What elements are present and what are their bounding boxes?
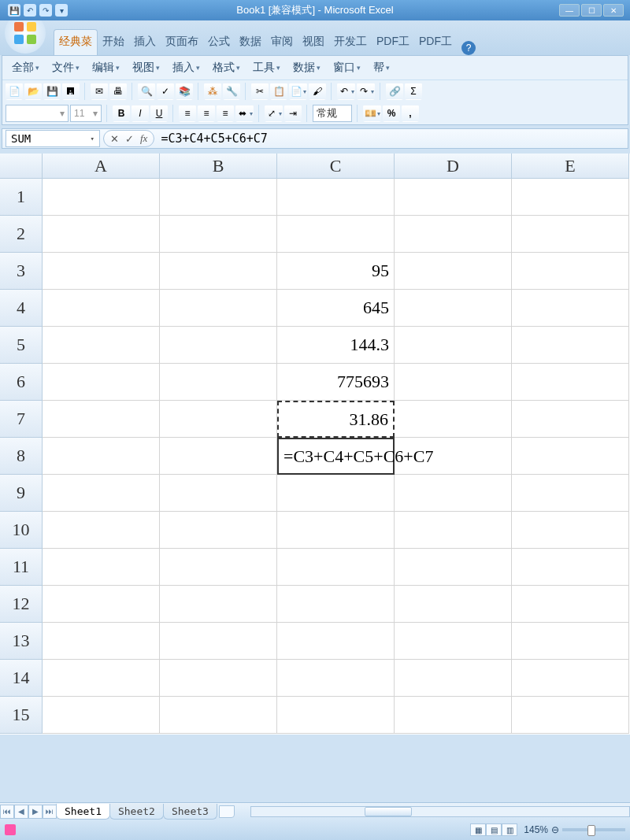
cell-C13[interactable]	[277, 623, 395, 660]
worksheet-area[interactable]: ABCDE1239546455144.36775693731.868=C3+C4…	[0, 154, 630, 735]
font-name-box[interactable]: ▾	[6, 105, 69, 122]
cell-B2[interactable]	[160, 216, 277, 253]
next-sheet-icon[interactable]: ▶	[28, 805, 43, 819]
menu-9[interactable]: 帮▾	[367, 57, 396, 78]
cell-D10[interactable]	[395, 512, 512, 549]
cell-E4[interactable]	[512, 290, 629, 327]
percent-icon[interactable]: %	[383, 105, 400, 122]
cell-D3[interactable]	[395, 253, 512, 290]
menu-1[interactable]: 文件▾	[46, 57, 86, 78]
cell-A1[interactable]	[43, 179, 160, 216]
cell-E10[interactable]	[512, 512, 629, 549]
cell-B14[interactable]	[160, 660, 277, 697]
ribbon-tab-8[interactable]: 开发工	[329, 30, 372, 55]
paste-icon[interactable]: 📄▾	[289, 83, 307, 100]
close-button[interactable]: ✕	[603, 4, 624, 17]
sheet-tab-Sheet2[interactable]: Sheet2	[109, 804, 164, 820]
row-header-7[interactable]: 7	[0, 401, 43, 438]
undo-icon[interactable]: ↶	[24, 4, 36, 17]
menu-5[interactable]: 格式▾	[206, 57, 246, 78]
comma-icon[interactable]: ,	[402, 105, 419, 122]
formula-input[interactable]: =C3+C4+C5+C6+C7	[154, 131, 628, 146]
cell-A10[interactable]	[43, 512, 160, 549]
menu-6[interactable]: 工具▾	[246, 57, 287, 78]
cell-C12[interactable]	[277, 586, 395, 623]
name-box[interactable]: SUM ▾	[6, 130, 100, 147]
cell-B11[interactable]	[160, 549, 277, 586]
ribbon-tab-4[interactable]: 公式	[203, 30, 235, 55]
cell-A9[interactable]	[43, 475, 160, 512]
redo-icon[interactable]: ↷▾	[357, 83, 375, 100]
orientation-icon[interactable]: ⤢▾	[265, 105, 283, 122]
cell-D4[interactable]	[395, 290, 512, 327]
row-header-3[interactable]: 3	[0, 253, 43, 290]
cell-D7[interactable]	[395, 401, 512, 438]
row-header-14[interactable]: 14	[0, 660, 43, 697]
saveas-icon[interactable]: 🖪	[62, 83, 80, 100]
open-icon[interactable]: 📂	[24, 83, 42, 100]
cell-E13[interactable]	[512, 623, 629, 660]
ribbon-tab-6[interactable]: 审阅	[266, 30, 298, 55]
menu-8[interactable]: 窗口▾	[327, 57, 367, 78]
merge-icon[interactable]: ⬌▾	[235, 105, 254, 122]
hyperlink-icon[interactable]: 🔗	[386, 83, 403, 100]
tools-icon[interactable]: 🔧	[223, 83, 240, 100]
cell-D14[interactable]	[395, 660, 512, 697]
cell-A7[interactable]	[43, 401, 160, 438]
underline-button[interactable]: U	[150, 105, 168, 122]
currency-icon[interactable]: 💴▾	[363, 105, 381, 122]
column-header-A[interactable]: A	[43, 154, 160, 179]
cut-icon[interactable]: ✂	[251, 83, 269, 100]
row-header-13[interactable]: 13	[0, 623, 43, 660]
normal-view-icon[interactable]: ▦	[470, 823, 486, 836]
cell-A3[interactable]	[43, 253, 160, 290]
cell-A5[interactable]	[43, 327, 160, 364]
cell-C7[interactable]: 31.86	[277, 401, 395, 438]
row-header-6[interactable]: 6	[0, 364, 43, 401]
cell-D5[interactable]	[395, 327, 512, 364]
menu-0[interactable]: 全部▾	[6, 57, 46, 78]
cell-C3[interactable]: 95	[277, 253, 395, 290]
cell-D11[interactable]	[395, 549, 512, 586]
minimize-button[interactable]: —	[559, 4, 580, 17]
qat-more-icon[interactable]: ▾	[55, 4, 68, 17]
cell-C14[interactable]	[277, 660, 395, 697]
cell-E5[interactable]	[512, 327, 629, 364]
ribbon-tab-7[interactable]: 视图	[298, 30, 329, 55]
row-header-2[interactable]: 2	[0, 216, 43, 253]
cell-E12[interactable]	[512, 586, 629, 623]
row-header-15[interactable]: 15	[0, 697, 43, 734]
cell-B5[interactable]	[160, 327, 277, 364]
ribbon-tab-2[interactable]: 插入	[129, 30, 161, 55]
cell-B1[interactable]	[160, 179, 277, 216]
cell-A6[interactable]	[43, 364, 160, 401]
cell-C4[interactable]: 645	[277, 290, 395, 327]
page-layout-view-icon[interactable]: ▤	[486, 823, 502, 836]
cell-D13[interactable]	[395, 623, 512, 660]
new-icon[interactable]: 📄	[6, 83, 23, 100]
cell-B6[interactable]	[160, 364, 277, 401]
cell-C9[interactable]	[277, 475, 395, 512]
cell-A15[interactable]	[43, 697, 160, 734]
column-header-E[interactable]: E	[512, 154, 629, 179]
ribbon-tab-3[interactable]: 页面布	[161, 30, 203, 55]
align-right-icon[interactable]: ≡	[217, 105, 234, 122]
select-all-corner[interactable]	[0, 154, 43, 179]
cell-A13[interactable]	[43, 623, 160, 660]
ribbon-tab-0[interactable]: 经典菜	[54, 29, 98, 55]
cell-D9[interactable]	[395, 475, 512, 512]
cell-C2[interactable]	[277, 216, 395, 253]
cell-A14[interactable]	[43, 660, 160, 697]
menu-2[interactable]: 编辑▾	[86, 57, 126, 78]
cell-C1[interactable]	[277, 179, 395, 216]
column-header-C[interactable]: C	[277, 154, 395, 179]
maximize-button[interactable]: ☐	[581, 4, 602, 17]
cell-D6[interactable]	[395, 364, 512, 401]
cell-B15[interactable]	[160, 697, 277, 734]
cell-A11[interactable]	[43, 549, 160, 586]
cell-E7[interactable]	[512, 401, 629, 438]
save-icon[interactable]: 💾	[8, 4, 20, 17]
cell-B4[interactable]	[160, 290, 277, 327]
ribbon-tab-5[interactable]: 数据	[235, 30, 266, 55]
spelling-icon[interactable]: ✓	[157, 83, 174, 100]
